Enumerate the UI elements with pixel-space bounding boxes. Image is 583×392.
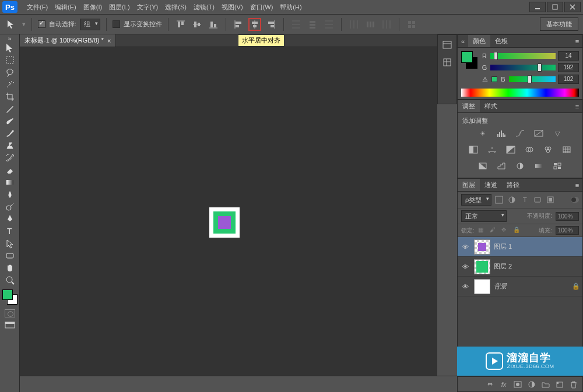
bw-icon[interactable] — [504, 144, 517, 156]
exposure-icon[interactable] — [532, 128, 545, 139]
visibility-icon[interactable]: 👁 — [460, 243, 470, 250]
path-selection-tool[interactable] — [2, 237, 17, 249]
properties-panel-icon[interactable] — [442, 57, 452, 69]
eyedropper-tool[interactable] — [2, 103, 17, 115]
layer-mask-icon[interactable] — [512, 379, 523, 390]
brush-tool[interactable] — [2, 127, 17, 139]
b-value[interactable]: 102 — [558, 75, 579, 84]
eraser-tool[interactable] — [2, 164, 17, 176]
g-slider[interactable] — [490, 65, 556, 70]
tab-adjust[interactable]: 调整 — [458, 100, 480, 112]
layer-name[interactable]: 图层 1 — [494, 242, 580, 251]
fill-value[interactable]: 100% — [556, 226, 579, 235]
layer-row[interactable]: 👁 背景 🔒 — [458, 277, 582, 296]
new-layer-icon[interactable] — [554, 379, 565, 390]
blend-mode-dropdown[interactable]: 正常 — [461, 210, 507, 222]
tab-layers[interactable]: 图层 — [458, 179, 480, 191]
blur-tool[interactable] — [2, 188, 17, 200]
channel-mixer-icon[interactable] — [542, 144, 554, 156]
panel-color-swatch[interactable] — [461, 51, 477, 69]
gradient-map-icon[interactable] — [532, 160, 545, 172]
workspace-button[interactable]: 基本功能 — [540, 17, 578, 31]
lock-position-icon[interactable]: ✥ — [501, 227, 510, 235]
document-tab[interactable]: 未标题-1 @ 100%(RGB/8) * × — [20, 34, 116, 47]
move-tool[interactable] — [2, 41, 17, 54]
type-tool[interactable]: T — [2, 225, 17, 237]
tab-styles[interactable]: 样式 — [480, 100, 502, 112]
align-bottom-edges[interactable] — [207, 18, 220, 31]
window-maximize[interactable] — [547, 2, 563, 12]
tab-paths[interactable]: 路径 — [502, 179, 524, 191]
filter-type-icon[interactable]: T — [519, 195, 530, 205]
selective-color-icon[interactable] — [551, 160, 564, 172]
auto-select-dropdown[interactable]: 组 — [80, 19, 100, 30]
group-icon[interactable] — [540, 379, 551, 390]
layer-row[interactable]: 👁 图层 2 — [458, 257, 582, 277]
gradient-tool[interactable] — [2, 176, 17, 188]
menu-view[interactable]: 视图(V) — [218, 3, 247, 12]
layer-thumbnail[interactable] — [474, 239, 490, 255]
threshold-icon[interactable] — [514, 160, 526, 172]
visibility-icon[interactable]: 👁 — [460, 283, 470, 290]
lock-transparency-icon[interactable]: ▦ — [478, 227, 486, 235]
layer-thumbnail[interactable] — [474, 279, 490, 294]
align-top-edges[interactable] — [174, 18, 187, 31]
photo-filter-icon[interactable] — [523, 144, 536, 156]
tab-channels[interactable]: 通道 — [480, 179, 502, 191]
close-tab-icon[interactable]: × — [107, 37, 111, 44]
curves-icon[interactable] — [514, 128, 526, 139]
menu-image[interactable]: 图像(I) — [80, 3, 106, 12]
crop-tool[interactable] — [2, 90, 17, 103]
history-panel-icon[interactable] — [442, 40, 452, 51]
menu-file[interactable]: 文件(F) — [23, 3, 51, 12]
levels-icon[interactable] — [495, 128, 508, 139]
panel-menu-icon[interactable]: ≡ — [572, 35, 582, 47]
healing-brush-tool[interactable] — [2, 115, 17, 127]
panel-menu-icon[interactable]: ≡ — [572, 100, 582, 112]
menu-edit[interactable]: 编辑(E) — [51, 3, 80, 12]
align-right-edges[interactable] — [265, 18, 278, 31]
filter-pixel-icon[interactable] — [494, 195, 504, 205]
menu-help[interactable]: 帮助(H) — [276, 3, 305, 12]
menu-text[interactable]: 文字(Y) — [134, 3, 162, 12]
align-horizontal-centers[interactable] — [248, 18, 261, 31]
layer-row[interactable]: 👁 图层 1 — [458, 237, 582, 257]
color-swatches[interactable] — [2, 289, 17, 305]
show-transform-checkbox[interactable] — [113, 20, 120, 28]
delete-layer-icon[interactable] — [568, 379, 579, 390]
zoom-tool[interactable] — [2, 274, 17, 286]
g-value[interactable]: 192 — [558, 63, 579, 72]
tab-swatches[interactable]: 色板 — [490, 35, 512, 47]
visibility-icon[interactable]: 👁 — [460, 263, 470, 270]
b-slider[interactable] — [509, 76, 556, 82]
layer-thumbnail[interactable] — [474, 259, 490, 274]
screen-mode-toggle[interactable] — [3, 321, 16, 330]
panel-collapse-icon[interactable]: « — [458, 35, 468, 47]
hue-icon[interactable] — [467, 144, 480, 156]
layer-name[interactable]: 图层 2 — [494, 262, 580, 271]
brightness-icon[interactable]: ☀ — [476, 128, 489, 139]
opacity-value[interactable]: 100% — [556, 212, 579, 221]
link-layers-icon[interactable]: ⇔ — [484, 379, 495, 390]
gamut-warning-icon[interactable]: ⚠ — [481, 76, 489, 83]
color-spectrum[interactable] — [461, 89, 579, 97]
posterize-icon[interactable] — [495, 160, 508, 172]
history-brush-tool[interactable] — [2, 151, 17, 164]
marquee-tool[interactable] — [2, 54, 17, 66]
filter-toggle[interactable] — [571, 197, 579, 203]
color-lookup-icon[interactable] — [560, 144, 573, 156]
vibrance-icon[interactable]: ▽ — [551, 128, 564, 139]
lasso-tool[interactable] — [2, 66, 17, 78]
shape-tool[interactable] — [2, 249, 17, 262]
layer-filter-dropdown[interactable]: ρ 类型 — [461, 194, 491, 206]
color-balance-icon[interactable] — [486, 144, 498, 156]
align-left-edges[interactable] — [232, 18, 245, 31]
quickmask-toggle[interactable] — [5, 309, 15, 317]
menu-layer[interactable]: 图层(L) — [106, 3, 133, 12]
canvas[interactable] — [20, 47, 437, 376]
menu-filter[interactable]: 滤镜(T) — [190, 3, 218, 12]
auto-select-checkbox[interactable] — [38, 20, 45, 28]
window-minimize[interactable] — [529, 2, 546, 12]
adjustment-layer-icon[interactable] — [526, 379, 537, 390]
dodge-tool[interactable] — [2, 200, 17, 213]
